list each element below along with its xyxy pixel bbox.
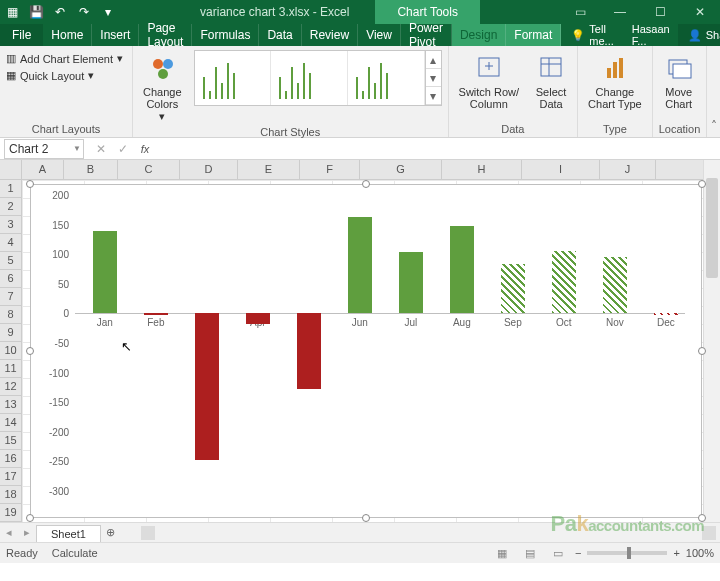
style-thumb-3[interactable] (348, 51, 425, 105)
zoom-in-button[interactable]: + (673, 547, 679, 559)
column-header-C[interactable]: C (118, 160, 180, 179)
style-thumb-2[interactable] (271, 51, 348, 105)
row-header-12[interactable]: 12 (0, 378, 21, 396)
zoom-slider[interactable] (587, 551, 667, 555)
tab-formulas[interactable]: Formulas (192, 24, 259, 46)
view-page-layout-button[interactable]: ▤ (519, 544, 541, 562)
tab-page-layout[interactable]: Page Layout (139, 24, 192, 46)
row-header-18[interactable]: 18 (0, 486, 21, 504)
tab-home[interactable]: Home (43, 24, 92, 46)
add-chart-element-button[interactable]: ▥ Add Chart Element ▾ (6, 50, 126, 67)
chart-bar[interactable] (195, 313, 219, 460)
resize-handle-tr[interactable] (698, 180, 706, 188)
chart-object[interactable]: 200150100500-50-100-150-200-250-300JanFe… (30, 184, 702, 518)
row-header-4[interactable]: 4 (0, 234, 21, 252)
chart-bar[interactable] (450, 226, 474, 314)
tell-me-search[interactable]: 💡 Tell me... (561, 23, 623, 47)
maximize-button[interactable]: ☐ (640, 0, 680, 24)
row-header-7[interactable]: 7 (0, 288, 21, 306)
row-header-10[interactable]: 10 (0, 342, 21, 360)
chart-bar[interactable] (552, 251, 576, 313)
undo-icon[interactable]: ↶ (48, 0, 72, 24)
change-colors-button[interactable]: Change Colors ▾ (139, 50, 186, 124)
sheet-nav-prev[interactable]: ◂ (0, 526, 18, 539)
chart-styles-gallery[interactable]: ▴▾▾ (194, 50, 442, 106)
tab-design[interactable]: Design (452, 24, 506, 46)
zoom-out-button[interactable]: − (575, 547, 581, 559)
minimize-button[interactable]: — (600, 0, 640, 24)
chart-bar[interactable] (603, 257, 627, 314)
style-thumb-1[interactable] (195, 51, 272, 105)
chart-bar[interactable] (246, 313, 270, 324)
resize-handle-br[interactable] (698, 514, 706, 522)
vertical-scrollbar[interactable] (703, 160, 720, 522)
row-header-6[interactable]: 6 (0, 270, 21, 288)
name-box[interactable]: Chart 2 ▼ (4, 139, 84, 159)
redo-icon[interactable]: ↷ (72, 0, 96, 24)
save-icon[interactable]: 💾 (24, 0, 48, 24)
close-button[interactable]: ✕ (680, 0, 720, 24)
chart-bar[interactable] (348, 217, 372, 313)
gallery-scroll[interactable]: ▴▾▾ (425, 51, 441, 105)
column-header-G[interactable]: G (360, 160, 442, 179)
column-header-E[interactable]: E (238, 160, 300, 179)
select-data-button[interactable]: Select Data (531, 50, 571, 112)
row-header-14[interactable]: 14 (0, 414, 21, 432)
row-header-16[interactable]: 16 (0, 450, 21, 468)
enter-formula-button[interactable]: ✓ (112, 138, 134, 160)
sheet-tab-active[interactable]: Sheet1 (36, 525, 101, 542)
chevron-down-icon[interactable]: ▼ (73, 144, 81, 153)
plot-area[interactable]: 200150100500-50-100-150-200-250-300JanFe… (75, 195, 685, 489)
cancel-formula-button[interactable]: ✕ (90, 138, 112, 160)
resize-handle-ml[interactable] (26, 347, 34, 355)
cells-area[interactable]: 200150100500-50-100-150-200-250-300JanFe… (22, 180, 720, 522)
tab-review[interactable]: Review (302, 24, 358, 46)
row-header-15[interactable]: 15 (0, 432, 21, 450)
tab-data[interactable]: Data (259, 24, 301, 46)
chart-bar[interactable] (144, 313, 168, 314)
account-name[interactable]: Hasaan F... (624, 23, 678, 47)
formula-input[interactable] (156, 139, 720, 159)
sheet-nav-next[interactable]: ▸ (18, 526, 36, 539)
row-header-9[interactable]: 9 (0, 324, 21, 342)
chart-bar[interactable] (297, 313, 321, 389)
row-header-8[interactable]: 8 (0, 306, 21, 324)
row-header-17[interactable]: 17 (0, 468, 21, 486)
share-button[interactable]: 👤 Share (678, 24, 720, 46)
chart-bar[interactable] (93, 231, 117, 314)
column-header-D[interactable]: D (180, 160, 238, 179)
column-header-B[interactable]: B (64, 160, 118, 179)
quick-layout-button[interactable]: ▦ Quick Layout ▾ (6, 67, 126, 84)
tab-file[interactable]: File (0, 24, 43, 46)
row-header-2[interactable]: 2 (0, 198, 21, 216)
ribbon-options-button[interactable]: ▭ (560, 0, 600, 24)
resize-handle-bl[interactable] (26, 514, 34, 522)
tab-power-pivot[interactable]: Power Pivot (401, 24, 452, 46)
move-chart-button[interactable]: Move Chart (659, 50, 699, 112)
tab-insert[interactable]: Insert (92, 24, 139, 46)
row-header-13[interactable]: 13 (0, 396, 21, 414)
tab-view[interactable]: View (358, 24, 401, 46)
zoom-level[interactable]: 100% (686, 547, 714, 559)
column-header-H[interactable]: H (442, 160, 522, 179)
change-chart-type-button[interactable]: Change Chart Type (584, 50, 646, 112)
column-header-F[interactable]: F (300, 160, 360, 179)
qat-customize-icon[interactable]: ▾ (96, 0, 120, 24)
chart-bar[interactable] (501, 264, 525, 313)
switch-row-column-button[interactable]: Switch Row/ Column (455, 50, 524, 112)
resize-handle-bm[interactable] (362, 514, 370, 522)
column-header-A[interactable]: A (22, 160, 64, 179)
chart-bar[interactable] (654, 313, 678, 315)
view-normal-button[interactable]: ▦ (491, 544, 513, 562)
horizontal-scrollbar[interactable] (141, 526, 716, 540)
column-header-J[interactable]: J (600, 160, 656, 179)
collapse-ribbon-button[interactable]: ˄ (707, 46, 720, 137)
row-header-11[interactable]: 11 (0, 360, 21, 378)
tab-format[interactable]: Format (506, 24, 561, 46)
resize-handle-tm[interactable] (362, 180, 370, 188)
column-header-I[interactable]: I (522, 160, 600, 179)
view-page-break-button[interactable]: ▭ (547, 544, 569, 562)
row-header-5[interactable]: 5 (0, 252, 21, 270)
row-header-19[interactable]: 19 (0, 504, 21, 522)
resize-handle-mr[interactable] (698, 347, 706, 355)
